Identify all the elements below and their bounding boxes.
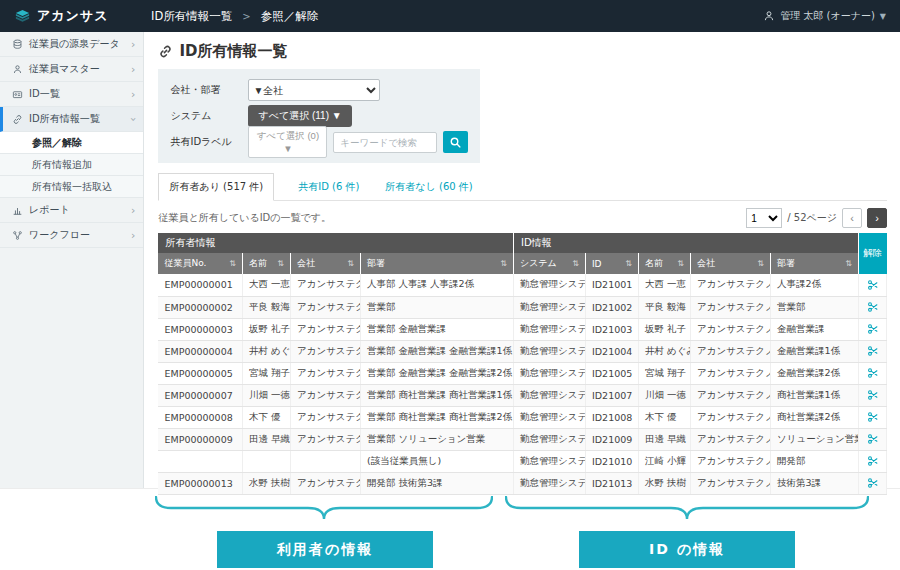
id-dept-cell: ソリューション営業 [770, 428, 858, 450]
scissors-icon [867, 389, 879, 400]
search-button[interactable] [443, 131, 468, 153]
sort-icon[interactable]: ⇅ [277, 259, 284, 268]
release-button[interactable] [859, 362, 887, 384]
system-cell: 勤怠管理システム [513, 428, 585, 450]
owner-company-cell [290, 450, 360, 472]
sort-icon[interactable]: ⇅ [845, 259, 852, 268]
release-button[interactable] [859, 450, 887, 472]
sidebar-item-label: ID所有情報一覧 [29, 112, 100, 126]
id-dept-cell: 営業部 [770, 296, 858, 318]
pagination: 1 / 52ページ ‹ › [746, 208, 887, 228]
sort-icon[interactable]: ⇅ [229, 259, 236, 268]
user-menu[interactable]: 管理 太郎 (オーナー) ▼ [763, 9, 900, 23]
sidebar-item-source-data[interactable]: 従業員の源泉データ › [0, 32, 143, 57]
shared-id-select-button[interactable]: すべて選択 (0) ▼ [248, 126, 327, 158]
sort-icon[interactable]: ⇅ [677, 259, 684, 268]
col-owner-dept: 部署 [367, 257, 385, 270]
company-select[interactable]: ▼全社 [248, 79, 380, 101]
owner-name-cell: 井村 めぐみ [242, 340, 290, 362]
col-system: システム [520, 257, 557, 270]
table-row: EMP00000005宮城 翔子アカンサステクノ営業部 金融営業課 金融営業課2… [158, 362, 886, 384]
owner-dept-cell: 営業部 商社営業課 商社営業課1係 [360, 384, 513, 406]
report-icon [12, 205, 23, 216]
id-card-icon [12, 89, 23, 100]
user-name: 管理 太郎 (オーナー) [780, 9, 875, 23]
chevron-down-icon: › [128, 117, 139, 121]
sidebar-subitem-view-release[interactable]: 参照／解除 [0, 132, 143, 154]
page-title: ID所有情報一覧 [158, 42, 887, 61]
breadcrumb-first[interactable]: ID所有情報一覧 [151, 9, 232, 24]
sort-icon[interactable]: ⇅ [625, 259, 632, 268]
sidebar-item-label: ID一覧 [29, 87, 60, 101]
release-button[interactable] [859, 296, 887, 318]
id-name-cell: 宮城 翔子 [638, 362, 690, 384]
sidebar-item-employee-master[interactable]: 従業員マスター › [0, 57, 143, 82]
release-button[interactable] [859, 472, 887, 494]
list-description: 従業員と所有しているIDの一覧です。 [158, 211, 331, 225]
page-total: / 52ページ [787, 211, 837, 225]
system-cell: 勤怠管理システム [513, 362, 585, 384]
sort-icon[interactable]: ⇅ [757, 259, 764, 268]
owner-company-cell: アカンサステクノ [290, 428, 360, 450]
id-company-cell: アカンサステクノ [690, 450, 770, 472]
col-id-dept: 部署 [777, 257, 795, 270]
keyword-search-input[interactable] [333, 132, 437, 153]
layers-logo-icon [14, 8, 31, 25]
system-cell: 勤怠管理システム [513, 384, 585, 406]
tab-no-owner[interactable]: 所有者なし (60 件) [383, 174, 474, 200]
release-button[interactable] [859, 406, 887, 428]
emp-no-cell: EMP00000008 [158, 406, 242, 428]
link-icon [12, 114, 23, 125]
table-row: EMP00000013水野 扶樹アカンサステクノ開発部 技術第3課勤怠管理システ… [158, 472, 886, 494]
sidebar-item-label: ワークフロー [29, 228, 90, 242]
sidebar-item-id-ownership[interactable]: ID所有情報一覧 › [0, 107, 143, 132]
release-button[interactable] [859, 340, 887, 362]
shared-id-label: 共有IDラベル [170, 135, 242, 149]
chevron-right-icon: › [131, 230, 135, 241]
owner-company-cell: アカンサステクノ [290, 340, 360, 362]
prev-page-button[interactable]: ‹ [842, 208, 862, 228]
owner-info-group-header: 所有者情報 [158, 233, 513, 253]
release-button[interactable] [859, 384, 887, 406]
sort-icon[interactable]: ⇅ [347, 259, 354, 268]
sidebar-subitem-bulk-import[interactable]: 所有情報一括取込 [0, 176, 143, 198]
id-dept-cell: 金融営業課2係 [770, 362, 858, 384]
id-company-cell: アカンサステクノ [690, 340, 770, 362]
table-row: (該当従業員無し)勤怠管理システムID21010江崎 小輝アカンサステクノ開発部 [158, 450, 886, 472]
next-page-button[interactable]: › [867, 208, 887, 228]
app-logo[interactable]: アカンサス [0, 7, 145, 25]
page-select[interactable]: 1 [746, 208, 782, 228]
chevron-right-icon: › [131, 89, 135, 100]
chevron-right-icon: › [131, 64, 135, 75]
system-select-button[interactable]: すべて選択 (11) ▼ [248, 105, 351, 127]
emp-no-cell: EMP00000002 [158, 296, 242, 318]
id-name-cell: 川畑 一徳 [638, 384, 690, 406]
table-row: EMP00000002平良 毅海アカンサステクノ営業部勤怠管理システムID210… [158, 296, 886, 318]
top-header: アカンサス ID所有情報一覧 > 参照／解除 管理 太郎 (オーナー) ▼ [0, 0, 900, 32]
id-company-cell: アカンサステクノ [690, 428, 770, 450]
sidebar-item-id-list[interactable]: ID一覧 › [0, 82, 143, 107]
id-company-cell: アカンサステクノ [690, 384, 770, 406]
company-filter-label: 会社・部署 [170, 83, 242, 97]
sidebar-item-report[interactable]: レポート › [0, 198, 143, 223]
sort-icon[interactable]: ⇅ [572, 259, 579, 268]
sidebar-item-workflow[interactable]: ワークフロー › [0, 223, 143, 248]
release-button[interactable] [859, 274, 887, 296]
id-cell: ID21003 [585, 318, 638, 340]
id-name-cell: 木下 優 [638, 406, 690, 428]
id-cell: ID21013 [585, 472, 638, 494]
release-button[interactable] [859, 318, 887, 340]
id-company-cell: アカンサステクノ [690, 472, 770, 494]
owner-dept-cell: 人事部 人事課 人事課2係 [360, 274, 513, 296]
tab-has-owner[interactable]: 所有者あり (517 件) [158, 173, 274, 201]
scissors-icon [867, 279, 879, 290]
tab-shared-id[interactable]: 共有ID (6 件) [296, 174, 361, 200]
owner-name-cell: 木下 優 [242, 406, 290, 428]
sidebar-subitem-add-ownership[interactable]: 所有情報追加 [0, 154, 143, 176]
release-column-header: 解除 [859, 233, 887, 274]
emp-no-cell: EMP00000013 [158, 472, 242, 494]
release-button[interactable] [859, 428, 887, 450]
sort-icon[interactable]: ⇅ [500, 259, 507, 268]
emp-no-cell: EMP00000009 [158, 428, 242, 450]
owner-dept-cell: 営業部 [360, 296, 513, 318]
